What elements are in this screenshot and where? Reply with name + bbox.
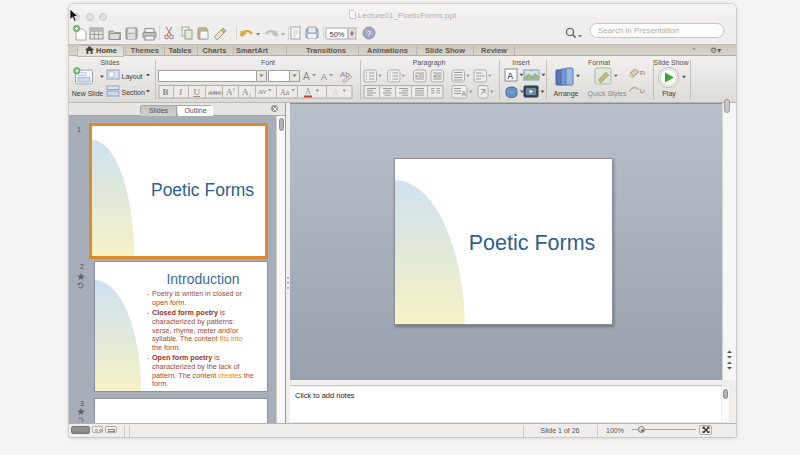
svg-text:A: A — [332, 87, 339, 97]
svg-text:Layout: Layout — [122, 73, 143, 81]
svg-text:Slide Show: Slide Show — [653, 59, 689, 66]
svg-text:A: A — [462, 90, 467, 97]
svg-text:?: ? — [367, 29, 372, 38]
svg-text:Insert: Insert — [512, 59, 530, 66]
svg-text:New Slide: New Slide — [72, 90, 104, 97]
svg-text:Font: Font — [261, 59, 275, 66]
svg-text:AV: AV — [258, 88, 267, 96]
svg-text:Section: Section — [122, 89, 145, 96]
svg-text:Fi: Fi — [640, 70, 645, 76]
svg-text:ABC: ABC — [208, 89, 223, 97]
svg-text:Search in Presentation: Search in Presentation — [598, 26, 679, 35]
svg-text:Play: Play — [662, 90, 676, 98]
svg-text:Aa: Aa — [280, 88, 290, 97]
svg-text:A: A — [303, 71, 310, 82]
svg-text:A: A — [305, 87, 311, 96]
svg-text:A: A — [507, 71, 514, 81]
svg-text:Slides: Slides — [100, 59, 120, 66]
svg-text:A: A — [321, 72, 327, 82]
svg-text:Arrange: Arrange — [554, 90, 579, 98]
svg-text:U: U — [194, 87, 201, 97]
svg-text:B: B — [163, 87, 169, 97]
svg-text:50%: 50% — [329, 30, 344, 39]
svg-text:Quick Styles: Quick Styles — [588, 90, 627, 98]
svg-text:Li: Li — [640, 88, 645, 94]
svg-text:Format: Format — [588, 59, 610, 66]
svg-text:Paragraph: Paragraph — [413, 59, 446, 67]
